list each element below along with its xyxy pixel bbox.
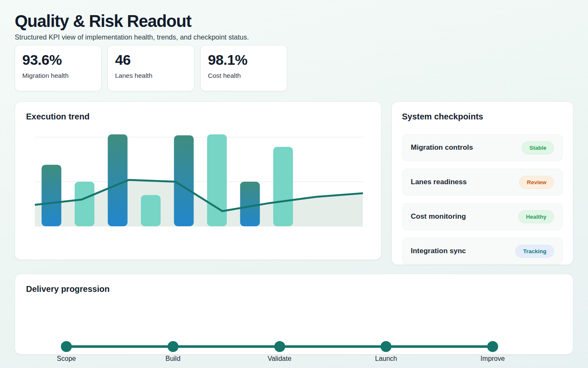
status-badge: Healthy (518, 210, 554, 223)
checkpoint-label: Integration sync (411, 247, 466, 255)
kpi-card-cost-health: 98.1% Cost health (200, 45, 287, 91)
system-checkpoints-title: System checkpoints (402, 112, 563, 122)
step-dot-build (168, 341, 178, 352)
checkpoint-row-migration-controls: Migration controls Stable (402, 134, 563, 161)
status-badge: Stable (522, 141, 554, 154)
page-title: Quality & Risk Readout (15, 0, 573, 30)
kpi-value: 98.1% (208, 52, 280, 68)
kpi-label: Lanes health (115, 72, 187, 79)
step-label-validate: Validate (268, 355, 291, 363)
kpi-card-lanes-health: 46 Lanes health (108, 45, 194, 91)
delivery-progression-title: Delivery progression (26, 284, 562, 294)
execution-trend-card: Execution trend (15, 101, 381, 260)
delivery-progression-card: Delivery progression ScopeBuildValidateL… (15, 274, 573, 355)
main-row: Execution trend System checkpoints Migra… (15, 101, 573, 265)
kpi-label: Migration health (22, 72, 94, 79)
kpi-value: 93.6% (22, 52, 94, 68)
kpi-row: 93.6% Migration health 46 Lanes health 9… (15, 45, 573, 91)
step-dot-validate (274, 341, 285, 352)
checkpoint-label: Lanes readiness (411, 178, 467, 186)
execution-trend-chart (35, 134, 363, 227)
execution-trend-title: Execution trend (26, 112, 370, 122)
step-label-improve: Improve (480, 355, 505, 363)
step-label-build: Build (165, 355, 181, 363)
step-dot-scope (61, 341, 72, 352)
kpi-label: Cost health (208, 72, 280, 79)
system-checkpoints-card: System checkpoints Migration controls St… (391, 101, 573, 265)
page-subtitle: Structured KPI view of implementation he… (15, 33, 573, 41)
step-label-launch: Launch (375, 355, 397, 363)
checkpoint-label: Cost monitoring (411, 212, 466, 221)
step-label-scope: Scope (57, 355, 76, 363)
kpi-card-migration-health: 93.6% Migration health (15, 45, 102, 91)
status-badge: Tracking (515, 245, 554, 258)
dashboard: Quality & Risk Readout Structured KPI vi… (0, 0, 588, 355)
step-dot-improve (487, 341, 498, 352)
checkpoint-row-integration-sync: Integration sync Tracking (402, 238, 563, 265)
checkpoint-row-lanes-readiness: Lanes readiness Review (402, 169, 563, 196)
kpi-value: 46 (115, 52, 187, 68)
checkpoint-row-cost-monitoring: Cost monitoring Healthy (402, 203, 563, 230)
step-dot-launch (381, 341, 391, 352)
status-badge: Review (519, 176, 554, 189)
execution-trend-svg (35, 134, 363, 227)
checkpoint-label: Migration controls (411, 143, 473, 152)
